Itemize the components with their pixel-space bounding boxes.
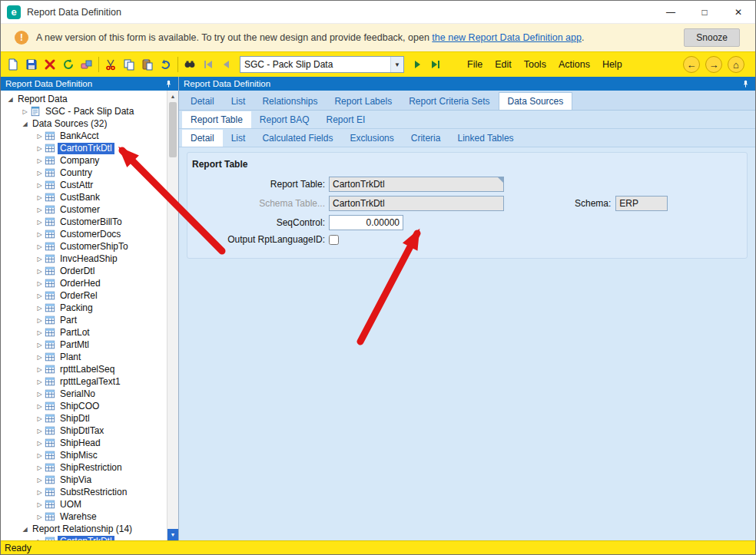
expand-icon[interactable]: ▷ [35, 145, 45, 152]
tree-row[interactable]: ◢Data Sources (32) [1, 117, 167, 130]
tab-report-ei[interactable]: Report EI [318, 111, 374, 128]
new-button[interactable] [4, 55, 22, 74]
paste-button[interactable] [138, 55, 157, 74]
tree-row[interactable]: ▷Customer [1, 203, 167, 216]
tree-row[interactable]: ▷ShipCOO [1, 400, 167, 412]
expand-icon[interactable]: ▷ [35, 501, 45, 508]
expand-icon[interactable]: ▷ [35, 206, 45, 213]
tree-row[interactable]: ▷rptttLabelSeq [1, 363, 167, 375]
tree-row[interactable]: ▷CartonTrkDtl [1, 535, 167, 540]
expand-icon[interactable]: ▷ [35, 440, 45, 447]
back-button[interactable]: ← [683, 56, 700, 73]
tree-row[interactable]: ▷CartonTrkDtl [1, 142, 167, 154]
save-button[interactable] [22, 55, 41, 74]
output-rptlanguageid-checkbox[interactable] [329, 235, 339, 245]
tree-row[interactable]: ◢Report Data [1, 93, 167, 105]
menu-tools[interactable]: Tools [519, 56, 552, 73]
expand-icon[interactable]: ▷ [35, 342, 45, 349]
tree-row[interactable]: ◢Report Relationship (14) [1, 523, 167, 535]
expand-icon[interactable]: ▷ [35, 219, 45, 226]
tree-row[interactable]: ▷OrderHed [1, 277, 167, 289]
tree-row[interactable]: ▷PartLot [1, 326, 167, 339]
expand-icon[interactable]: ▷ [35, 194, 45, 201]
expand-icon[interactable]: ▷ [35, 354, 45, 361]
tree-row[interactable]: ▷SerialNo [1, 388, 167, 400]
tree-row[interactable]: ▷PartMtl [1, 339, 167, 351]
expand-icon[interactable]: ▷ [35, 243, 45, 250]
tree-row[interactable]: ▷OrderRel [1, 289, 167, 302]
tab-detail[interactable]: Detail [182, 93, 223, 110]
scrollbar-thumb[interactable] [169, 102, 177, 157]
tree-row[interactable]: ▷CustBank [1, 191, 167, 203]
tab-criteria[interactable]: Criteria [403, 130, 449, 147]
tree-row[interactable]: ▷CustomerDocs [1, 228, 167, 240]
tree-row[interactable]: ▷ShipMisc [1, 449, 167, 461]
next-button[interactable] [408, 55, 426, 74]
report-table-input[interactable] [329, 177, 504, 192]
last-button[interactable] [426, 55, 445, 74]
expand-icon[interactable]: ▷ [35, 489, 45, 496]
tree-row[interactable]: ▷CustomerBillTo [1, 216, 167, 228]
tree-row[interactable]: ▷Plant [1, 351, 167, 363]
clear-button[interactable] [78, 55, 96, 74]
close-button[interactable]: ✕ [721, 1, 755, 23]
tab-linked-tables[interactable]: Linked Tables [449, 130, 522, 147]
tab-exclusions[interactable]: Exclusions [341, 130, 402, 147]
expand-icon[interactable]: ▷ [35, 477, 45, 484]
copy-button[interactable] [120, 55, 138, 74]
expand-icon[interactable]: ▷ [35, 170, 45, 177]
pin-icon[interactable] [163, 78, 174, 89]
tab-report-criteria-sets[interactable]: Report Criteria Sets [400, 93, 498, 110]
scroll-down-icon[interactable]: ▼ [167, 529, 178, 540]
tree-row[interactable]: ▷ShipDtlTax [1, 425, 167, 437]
tab-report-baq[interactable]: Report BAQ [251, 111, 318, 128]
expand-icon[interactable]: ▷ [35, 378, 45, 385]
tree-row[interactable]: ▷BankAcct [1, 130, 167, 142]
tree-row[interactable]: ▷ShipVia [1, 474, 167, 486]
menu-edit[interactable]: Edit [489, 56, 517, 73]
tab-detail[interactable]: Detail [182, 130, 223, 147]
first-button[interactable] [199, 55, 217, 74]
expand-icon[interactable]: ▷ [35, 403, 45, 410]
expand-icon[interactable]: ▷ [35, 366, 45, 373]
tree-row[interactable]: ▷CustomerShipTo [1, 240, 167, 253]
home-button[interactable]: ⌂ [728, 56, 744, 73]
schema-table-button[interactable]: Schema Table... [187, 198, 329, 209]
expand-icon[interactable]: ▷ [35, 305, 45, 312]
tab-list[interactable]: List [223, 130, 254, 147]
tree-row[interactable]: ▷UOM [1, 498, 167, 510]
new-app-link[interactable]: the new Report Data Definition app [432, 32, 582, 43]
minimize-button[interactable]: — [654, 1, 688, 23]
expand-icon[interactable]: ▷ [35, 428, 45, 434]
tab-data-sources[interactable]: Data Sources [499, 92, 573, 110]
tree-row[interactable]: ▷SubstRestriction [1, 486, 167, 498]
pin-icon[interactable] [740, 78, 751, 89]
expand-icon[interactable]: ▷ [35, 133, 45, 140]
expand-icon[interactable]: ▷ [35, 514, 45, 520]
schema-input[interactable] [615, 196, 668, 211]
expand-icon[interactable]: ▷ [35, 157, 45, 164]
tree-row[interactable]: ▷Warehse [1, 510, 167, 523]
tree-row[interactable]: ▷ShipRestriction [1, 461, 167, 474]
tree-row[interactable]: ▷ShipDtl [1, 412, 167, 425]
expand-icon[interactable]: ▷ [35, 182, 45, 189]
delete-button[interactable] [41, 55, 59, 74]
tree-row[interactable]: ▷Part [1, 314, 167, 326]
cut-button[interactable] [101, 55, 120, 74]
schema-table-input[interactable] [329, 196, 504, 211]
forward-button[interactable]: → [705, 56, 722, 73]
find-button[interactable] [181, 55, 199, 74]
record-combo[interactable]: SGC - Pack Slip Data ▼ [240, 56, 404, 73]
menu-actions[interactable]: Actions [553, 56, 595, 73]
undo-button[interactable] [157, 55, 175, 74]
tree-scrollbar[interactable]: ▲ ▼ [167, 91, 178, 540]
tree-row[interactable]: ▷Company [1, 154, 167, 167]
menu-file[interactable]: File [462, 56, 488, 73]
collapse-icon[interactable]: ◢ [5, 96, 15, 103]
tree-row[interactable]: ▷SGC - Pack Slip Data [1, 105, 167, 117]
tab-relationships[interactable]: Relationships [254, 93, 326, 110]
expand-icon[interactable]: ▷ [35, 329, 45, 336]
seqcontrol-input[interactable] [329, 215, 403, 230]
prev-button[interactable] [217, 55, 236, 74]
expand-icon[interactable]: ▷ [35, 317, 45, 324]
